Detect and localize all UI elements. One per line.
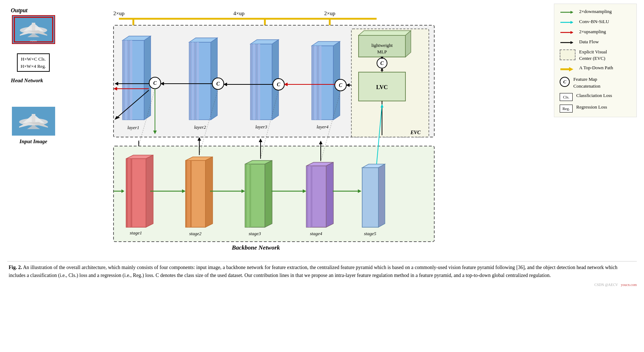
svg-text:C: C (380, 61, 384, 66)
reg-label: Regression Loss (576, 104, 607, 110)
svg-text:2×up: 2×up (114, 10, 125, 16)
upsampling-arrow-icon (560, 29, 576, 36)
downsampling-label: 2×downsampling (579, 8, 612, 15)
svg-marker-55 (326, 162, 333, 227)
svg-rect-80 (125, 40, 127, 120)
head-network-box: H×W×C Cls. H×W×4 Reg. (17, 53, 49, 72)
input-image (12, 107, 55, 136)
legend-item-reg: Reg. Regression Loss (560, 104, 631, 113)
legend-item-topdown: A Top-Down Path (560, 65, 631, 73)
link-watermark: youcn.com (621, 283, 637, 287)
head-box-line2: H×W×4 Reg. (21, 63, 46, 70)
svg-text:stage4: stage4 (310, 231, 322, 236)
svg-text:stage1: stage1 (130, 230, 142, 236)
concat-label: Feature MapConcatenation (573, 76, 600, 89)
svg-rect-42 (188, 160, 190, 227)
svg-rect-58 (308, 166, 310, 227)
svg-rect-41 (186, 160, 187, 227)
svg-rect-79 (123, 40, 125, 120)
svg-text:LVC: LVC (376, 84, 388, 90)
legend-item-evc: Explicit VisualCenter (EVC) (560, 49, 631, 62)
svg-text:layer4: layer4 (316, 124, 329, 129)
architecture-svg: 2×up 4×up 2×up Backbone Network (63, 4, 449, 256)
evc-legend-box (560, 49, 576, 60)
legend-item-conv: Conv-BN-SiLU (560, 18, 631, 26)
svg-text:stage3: stage3 (249, 231, 261, 236)
svg-marker-146 (197, 137, 201, 141)
svg-marker-39 (205, 157, 213, 227)
topdown-arrow-icon (560, 65, 576, 73)
legend-item-upsampling: 2×upsampling (560, 28, 631, 36)
svg-text:C: C (153, 80, 157, 86)
watermark-area: CSDN @AECV youcn.com (7, 283, 637, 287)
svg-rect-57 (306, 166, 308, 227)
svg-rect-87 (189, 42, 191, 120)
svg-text:stage2: stage2 (189, 231, 201, 236)
svg-rect-35 (130, 159, 132, 227)
center-panel: 2×up 4×up 2×up Backbone Network (63, 4, 550, 256)
svg-rect-64 (362, 168, 378, 227)
svg-marker-169 (570, 41, 573, 44)
dataflow-arrow-icon (560, 39, 576, 46)
svg-marker-163 (570, 11, 573, 14)
svg-text:C: C (277, 82, 280, 87)
svg-text:Backbone Network: Backbone Network (231, 244, 280, 251)
svg-rect-88 (192, 42, 194, 120)
output-label: Output (11, 7, 27, 14)
svg-marker-113 (359, 31, 411, 35)
svg-marker-171 (569, 67, 573, 71)
legend-item-dataflow: Data Flow (560, 39, 631, 46)
svg-rect-89 (194, 42, 196, 120)
svg-marker-167 (570, 31, 573, 34)
svg-rect-106 (319, 46, 321, 120)
conv-label: Conv-BN-SiLU (579, 18, 609, 25)
legend-panel: 2×downsampling Conv-BN-SiLU 2×upsampling (554, 4, 637, 117)
svg-rect-82 (130, 40, 132, 120)
svg-rect-43 (190, 160, 192, 227)
legend-item-concat: C Feature MapConcatenation (560, 76, 631, 89)
dataflow-label: Data Flow (579, 39, 599, 45)
svg-rect-50 (247, 164, 249, 227)
cls-legend-box: Cls. (560, 93, 573, 101)
svg-rect-51 (249, 164, 251, 227)
svg-rect-27 (114, 146, 434, 242)
svg-marker-150 (319, 141, 323, 144)
figure-caption: Fig. 2. An illustration of the overall a… (7, 261, 637, 282)
upsampling-label: 2×upsampling (579, 28, 606, 35)
svg-rect-33 (126, 159, 128, 227)
svg-text:C: C (339, 83, 342, 88)
svg-text:2×up: 2×up (324, 10, 336, 16)
svg-rect-95 (250, 44, 253, 120)
svg-rect-34 (128, 159, 130, 227)
svg-text:layer2: layer2 (194, 124, 206, 130)
caption-text: An illustration of the overall architect… (9, 265, 617, 278)
input-label: Input Image (19, 138, 47, 145)
svg-rect-49 (245, 164, 247, 227)
legend-item-cls: Cls. Classficiation Loss (560, 92, 631, 101)
svg-text:airplane: airplane (30, 40, 37, 42)
svg-rect-103 (312, 46, 314, 120)
conv-arrow-icon (560, 19, 576, 26)
svg-text:layer3: layer3 (255, 124, 267, 129)
cls-label: Classficiation Loss (576, 92, 612, 99)
svg-rect-105 (317, 46, 319, 120)
head-network-label: Head Network (11, 78, 43, 84)
svg-rect-98 (258, 44, 260, 120)
svg-rect-97 (256, 44, 258, 120)
left-panel: Output airplane (7, 7, 59, 145)
svg-text:layer1: layer1 (127, 125, 139, 130)
main-container: Output airplane (0, 0, 644, 290)
reg-legend-box: Reg. (560, 105, 573, 113)
svg-marker-63 (378, 164, 385, 227)
concat-legend-circle: C (560, 77, 570, 87)
svg-marker-148 (259, 138, 262, 142)
svg-rect-59 (311, 166, 312, 227)
svg-text:stage5: stage5 (364, 231, 376, 236)
diagram-area: Output airplane (7, 4, 637, 256)
csdn-watermark: CSDN @AECV (594, 283, 618, 287)
evc-legend-label: Explicit VisualCenter (EVC) (579, 49, 607, 62)
fig-number: Fig. 2. (9, 265, 22, 270)
svg-rect-104 (314, 46, 316, 120)
svg-text:C: C (216, 81, 220, 87)
svg-text:MLP: MLP (377, 49, 387, 54)
